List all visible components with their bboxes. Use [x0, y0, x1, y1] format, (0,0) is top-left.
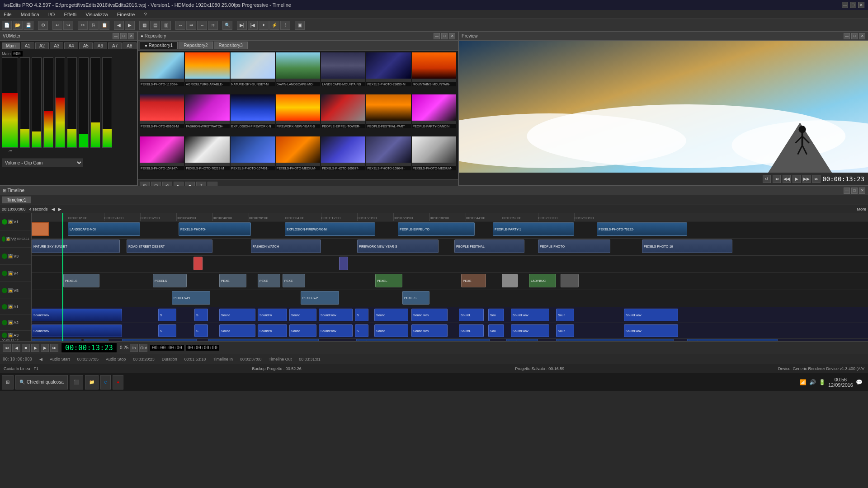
repo-item-4[interactable]: LANDSCAPE-MOUNTAINS — [321, 52, 365, 86]
info-scroll[interactable]: ◀ — [39, 357, 42, 361]
a1-clip-11[interactable]: Sound. — [459, 309, 484, 321]
set-out[interactable]: Out — [139, 344, 147, 352]
tool-redo[interactable]: ↪ — [63, 21, 73, 30]
timeline-controls-header[interactable]: — □ ✕ — [844, 188, 865, 194]
repo-item-14[interactable]: PEXELS-PHOTO-154147- — [140, 136, 184, 170]
repo-tab-1[interactable]: ● Repository1 — [140, 42, 178, 49]
track-v4-lock[interactable]: 🔒 — [8, 271, 13, 276]
a1-clip-5[interactable]: Sound.w — [258, 309, 287, 321]
a2-clip-2[interactable]: S — [158, 324, 176, 337]
file-explorer-btn[interactable]: 📁 — [85, 375, 99, 389]
repo-item-0[interactable]: PEXELS-PHOTO-119564- — [140, 52, 184, 86]
taskbar-clock[interactable]: 00:56 12/09/2016 — [828, 377, 853, 388]
tool-extra1[interactable]: ▶| — [237, 21, 247, 30]
tray-battery[interactable]: 🔋 — [819, 379, 826, 385]
v5-clip-2[interactable]: PEXELS-P — [301, 291, 339, 305]
a2-clip-9[interactable]: Sound — [374, 324, 408, 337]
tc-stop[interactable]: ■ — [22, 344, 30, 352]
repo-item-20[interactable]: PEXELS-PHOTO-MEDIUM- — [412, 136, 456, 170]
menu-visualizza[interactable]: Visualizza — [84, 11, 109, 18]
repo-maximize[interactable]: □ — [441, 33, 448, 39]
tool-grid3[interactable]: ▥ — [161, 21, 171, 30]
a1-clip-4[interactable]: Sound — [219, 309, 255, 321]
vu-tab-a7[interactable]: A7 — [108, 42, 122, 49]
start-button[interactable]: ⊞ — [2, 375, 14, 389]
scale-arrow-left[interactable]: ◀ — [52, 207, 55, 211]
a1-clip-3[interactable]: S — [194, 309, 208, 321]
tool-settings[interactable]: ⚙ — [38, 21, 48, 30]
close-btn[interactable]: ✕ — [858, 2, 864, 8]
v4-clip-7[interactable]: PEXE — [461, 274, 486, 287]
track-v3-enable[interactable] — [2, 253, 7, 259]
vumeter-close[interactable]: ✕ — [128, 33, 134, 39]
tc-prev-frame[interactable]: ◀ — [12, 344, 20, 352]
repo-item-19[interactable]: PEXELS-PHOTO-169647- — [366, 136, 410, 170]
menu-file[interactable]: File — [2, 11, 14, 18]
track-a1-lock[interactable]: 🔒 — [8, 305, 13, 309]
v2-clip-7[interactable]: PEXELS-PHOTO-16 — [642, 239, 732, 253]
v4-clip-8[interactable] — [502, 274, 518, 287]
track-v4-enable[interactable] — [2, 271, 7, 276]
v1-clip-5[interactable]: PEOPLE-PARTY-1 — [493, 222, 574, 236]
vumeter-dropdown[interactable]: Volume - Clip Gain — [2, 159, 135, 167]
tool-open[interactable]: 📂 — [13, 21, 23, 30]
v4-clip-10[interactable] — [561, 274, 579, 287]
tool-extra5[interactable]: ! — [280, 21, 290, 30]
tool-new[interactable]: 📄 — [2, 21, 12, 30]
v1-clip-6[interactable]: PEXELS-PHOTO-70222- — [597, 222, 687, 236]
menu-finestre[interactable]: Finestre — [115, 11, 137, 18]
tool-extra4[interactable]: ⚡ — [269, 21, 279, 30]
repo-item-8[interactable]: FASHION-WRISTWATCH- — [185, 94, 229, 128]
tray-network[interactable]: 📶 — [800, 379, 807, 385]
a3-wave-3[interactable]: Sound.wav — [122, 339, 197, 341]
a2-clip-15[interactable]: Sound.wav — [624, 324, 678, 337]
repo-item-17[interactable]: PEXELS-PHOTO-MEDIUM- — [276, 136, 320, 170]
a1-clip-9[interactable]: Sound — [374, 309, 408, 321]
a1-clip-10[interactable]: Sound.wav — [411, 309, 448, 321]
repo-item-1[interactable]: AGRICULTURE-ARABLE- — [185, 52, 229, 86]
a2-clip-5[interactable]: Sound.w — [258, 324, 287, 337]
tool-copy[interactable]: ⎘ — [89, 21, 99, 30]
v1-clip-3[interactable]: EXPLOSION-FIREWORK-NI — [285, 222, 375, 236]
v4-clip-6[interactable]: PEXEL — [375, 274, 402, 287]
a1-clip-14[interactable]: Soun — [556, 309, 574, 321]
v4-clip-9[interactable]: LADYBUC — [529, 274, 556, 287]
track-v5-lock[interactable]: 🔒 — [8, 288, 13, 293]
preview-loop[interactable]: ↺ — [763, 175, 771, 183]
a1-clip-12[interactable]: Sou — [488, 309, 504, 321]
preview-close[interactable]: ✕ — [859, 33, 865, 39]
tool-extra6[interactable]: ▣ — [295, 21, 305, 30]
a1-clip-7[interactable]: Sound.wav — [319, 309, 353, 321]
repo-item-9[interactable]: EXPLOSION-FIREWORK-N — [231, 94, 275, 128]
window-controls[interactable]: — □ ✕ — [842, 2, 864, 8]
repo-item-15[interactable]: PEXELS-PHOTO-70222-M — [185, 136, 229, 170]
vu-tab-a6[interactable]: A6 — [94, 42, 107, 49]
tool-grid[interactable]: ▦ — [139, 21, 149, 30]
a2-clip-1[interactable]: Sound.wav — [32, 324, 122, 337]
menu-modifica[interactable]: Modifica — [19, 11, 41, 18]
preview-stepback[interactable]: ◀◀ — [783, 175, 791, 183]
a3-wave-1[interactable]: Sound.wav — [32, 339, 81, 341]
track-v2-enable[interactable] — [2, 236, 5, 242]
maximize-btn[interactable]: □ — [850, 2, 856, 8]
repo-minimize[interactable]: — — [434, 33, 440, 39]
v1-clip-2[interactable]: PEXELS-PHOTO- — [179, 222, 251, 236]
menu-effetti[interactable]: Effetti — [62, 11, 78, 18]
tool-b2[interactable]: ▶ — [125, 21, 135, 30]
repo-close[interactable]: ✕ — [449, 33, 455, 39]
a3-wave-7[interactable]: Sound.wav — [556, 339, 674, 341]
track-a1-enable[interactable] — [2, 304, 7, 310]
tool-cut[interactable]: ✂ — [78, 21, 88, 30]
a3-wave-2[interactable]: Sound.w — [84, 339, 108, 341]
track-v1-enable[interactable] — [2, 219, 7, 225]
a2-clip-6[interactable]: Sound — [289, 324, 316, 337]
track-v3-lock[interactable]: 🔒 — [8, 254, 13, 258]
preview-maximize[interactable]: □ — [851, 33, 858, 39]
repo-item-7[interactable]: PEXELS-PHOTO-60168-M — [140, 94, 184, 128]
tool-extra2[interactable]: |◀ — [248, 21, 258, 30]
tc-to-start[interactable]: ⏮ — [3, 344, 11, 352]
v4-clip-4[interactable]: PEXE — [258, 274, 280, 287]
v2-clip-1[interactable]: NATURE-SKY-SUNSET- — [32, 239, 120, 253]
vu-tab-a8[interactable]: A8 — [123, 42, 136, 49]
preview-next[interactable]: ⏭ — [812, 175, 821, 183]
